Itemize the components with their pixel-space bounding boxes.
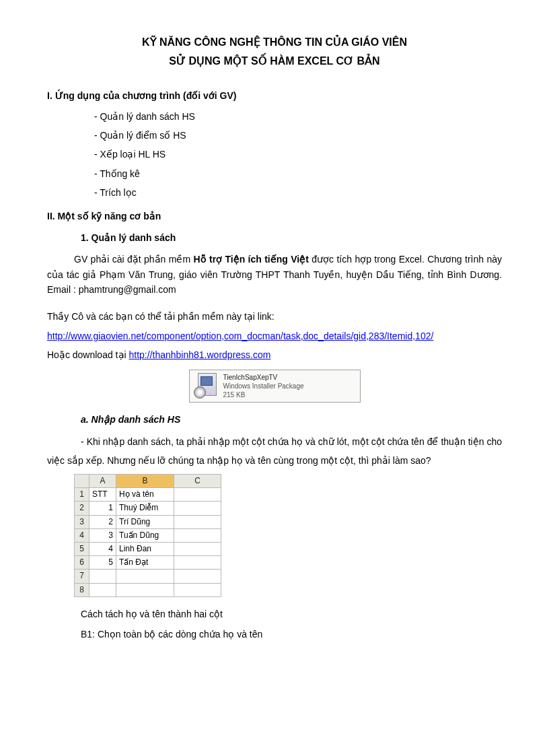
section-1-list: - Quản lý danh sách HS - Quản lý điểm số… [94, 109, 502, 201]
cell: Tuấn Dũng [116, 528, 174, 542]
step-1: B1: Chọn toàn bộ các dòng chứa họ và tên [81, 627, 502, 642]
cell [116, 583, 174, 596]
cell [174, 488, 221, 502]
excel-snippet: A B C 1 STT Họ và tên 2 1 Thuý Diễm 3 2 … [74, 474, 502, 597]
cell: 2 [89, 515, 116, 528]
cell: Tấn Đạt [116, 556, 174, 570]
table-row: 6 5 Tấn Đạt [75, 556, 221, 570]
excel-row-header: 2 [75, 502, 89, 515]
doc-title: KỸ NĂNG CÔNG NGHỆ THÔNG TIN CỦA GIÁO VIÊ… [47, 34, 502, 51]
table-row: 3 2 Trí Dũng [75, 515, 221, 528]
excel-row-header: 5 [75, 542, 89, 555]
cell: Trí Dũng [116, 515, 174, 528]
file-size: 215 KB [223, 390, 304, 399]
excel-row-header: 8 [75, 583, 89, 596]
installer-icon [194, 373, 219, 399]
file-name: TienIchSapXepTV [223, 373, 304, 382]
paragraph: - Khi nhập danh sách, ta phải nhập một c… [47, 432, 502, 470]
cell: 3 [89, 528, 116, 542]
section-2a-heading: a. Nhập danh sách HS [81, 412, 502, 427]
excel-row-header: 6 [75, 556, 89, 570]
download-link-1[interactable]: http://www.giaovien.net/component/option… [47, 331, 433, 341]
table-row: 7 [75, 570, 221, 583]
cell: Thuý Diễm [116, 502, 174, 515]
cell [89, 570, 116, 583]
section-2-heading: II. Một số kỹ năng cơ bản [47, 209, 502, 224]
cell: 1 [89, 502, 116, 515]
text: Hoặc download tại [47, 349, 129, 360]
cell [174, 515, 221, 528]
cell: Linh Đan [116, 542, 174, 555]
link-line: http://www.giaovien.net/component/option… [47, 329, 502, 343]
cell: STT [89, 488, 116, 502]
cell [174, 556, 221, 570]
excel-row-header: 1 [75, 488, 89, 502]
text: GV phải cài đặt phần mềm [74, 254, 193, 265]
list-item: - Thống kê [94, 166, 502, 181]
excel-col-header: A [89, 475, 116, 488]
cell: 5 [89, 556, 116, 570]
cell [174, 583, 221, 596]
excel-row-header: 3 [75, 515, 89, 528]
table-row: 4 3 Tuấn Dũng [75, 528, 221, 542]
doc-subtitle: SỬ DỤNG MỘT SỐ HÀM EXCEL CƠ BẢN [47, 53, 502, 70]
cell: Họ và tên [116, 488, 174, 502]
cell [174, 528, 221, 542]
cell [89, 583, 116, 596]
file-attachment: TienIchSapXepTV Windows Installer Packag… [189, 370, 361, 403]
cell [174, 542, 221, 555]
excel-row-header: 4 [75, 528, 89, 542]
steps: Cách tách họ và tên thành hai cột B1: Ch… [81, 607, 502, 642]
excel-col-header: C [174, 475, 221, 488]
list-item: - Quản lý điểm số HS [94, 128, 502, 143]
table-row: 8 [75, 583, 221, 596]
cell [116, 570, 174, 583]
list-item: - Trích lọc [94, 185, 502, 200]
text: - Khi nhập danh sách, ta phải nhập một c… [47, 436, 502, 466]
file-type: Windows Installer Package [223, 382, 304, 390]
download-link-2[interactable]: http://thanhbinh81.wordpress.com [129, 349, 271, 360]
list-item: - Quản lý danh sách HS [94, 109, 502, 124]
excel-table: A B C 1 STT Họ và tên 2 1 Thuý Diễm 3 2 … [74, 474, 221, 597]
cell: 4 [89, 542, 116, 555]
table-row: 1 STT Họ và tên [75, 488, 221, 502]
paragraph: Thầy Cô và các bạn có thể tải phần mềm n… [47, 309, 502, 324]
bold-text: Hỗ trợ Tiện ích tiếng Việt [193, 254, 308, 265]
paragraph: Hoặc download tại http://thanhbinh81.wor… [47, 347, 502, 362]
table-row: 2 1 Thuý Diễm [75, 502, 221, 515]
cell [174, 570, 221, 583]
excel-col-header-selected: B [116, 475, 174, 488]
file-inner[interactable]: TienIchSapXepTV Windows Installer Packag… [189, 370, 361, 403]
file-text: TienIchSapXepTV Windows Installer Packag… [223, 373, 304, 399]
section-2-sub1: 1. Quản lý danh sách [81, 230, 502, 245]
cell [174, 502, 221, 515]
step-intro: Cách tách họ và tên thành hai cột [81, 607, 502, 621]
list-item: - Xếp loại HL HS [94, 147, 502, 162]
section-1-heading: I. Ứng dụng của chương trình (đối với GV… [47, 88, 502, 103]
paragraph: GV phải cài đặt phần mềm Hỗ trợ Tiện ích… [47, 252, 502, 297]
table-row: 5 4 Linh Đan [75, 542, 221, 555]
excel-row-header: 7 [75, 570, 89, 583]
excel-corner [75, 475, 89, 488]
